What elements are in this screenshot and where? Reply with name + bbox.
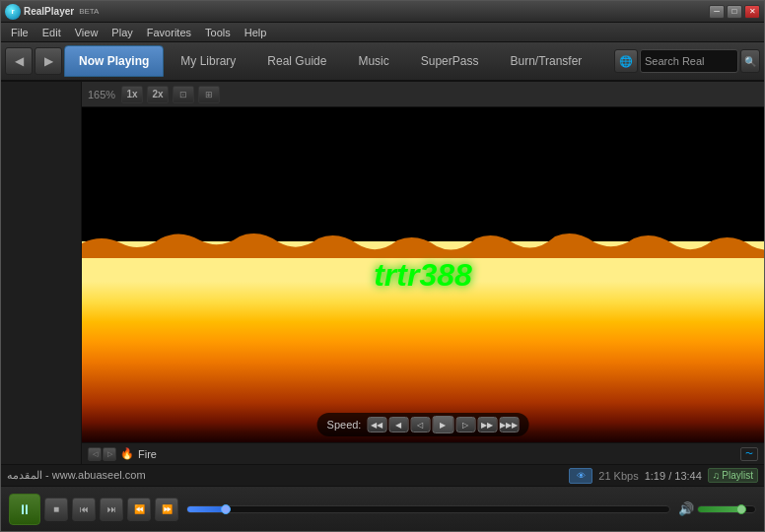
app-logo: r RealPlayer BETA [5, 4, 99, 20]
track-info: المقدمه - www.abuaseel.com [7, 469, 563, 482]
np-arrow-left[interactable]: ◁ [88, 447, 102, 461]
minimize-button[interactable]: ─ [709, 5, 725, 19]
maximize-button[interactable]: □ [727, 5, 742, 19]
total-time: 13:44 [674, 470, 702, 482]
np-arrow-right[interactable]: ▷ [103, 447, 116, 461]
bitrate-display: 21 Kbps [598, 470, 638, 482]
tab-my-library-label: My Library [180, 54, 236, 68]
transport-controls: ⏸ ■ ⏮ ⏭ ⏪ ⏩ 🔊 [1, 486, 764, 531]
beta-label: BETA [79, 7, 99, 16]
tab-music-label: Music [358, 54, 388, 68]
tab-burn-transfer[interactable]: Burn/Transfer [495, 45, 596, 77]
menu-favorites[interactable]: Favorites [141, 25, 197, 40]
volume-area: 🔊 [678, 501, 756, 516]
tabbar: ◀ ▶ Now Playing My Library Real Guide Mu… [1, 42, 764, 82]
window-controls: ─ □ ✕ [709, 5, 760, 19]
speed-play-button[interactable]: ▶ [432, 416, 453, 433]
close-button[interactable]: ✕ [744, 5, 760, 19]
volume-icon[interactable]: 🔊 [678, 501, 694, 516]
app-title: RealPlayer [24, 6, 74, 17]
logo-icon: r [5, 4, 21, 20]
speed-rewind2-button[interactable]: ◀◀ [367, 417, 386, 432]
nav-forward-button[interactable]: ▶ [35, 47, 62, 75]
nav-back-button[interactable]: ◀ [5, 47, 33, 75]
progress-area [186, 505, 670, 513]
search-area: 🌐 🔍 [614, 49, 760, 73]
sidebar [1, 82, 82, 464]
video-display: trtr388 Speed: ◀◀ ◀ ◁ ▶ ▷ ▶▶ ▶▶▶ [82, 107, 764, 442]
volume-handle[interactable] [736, 504, 746, 514]
playlist-button[interactable]: ♫ Playlist [708, 468, 758, 483]
zoom-full-button[interactable]: ⊞ [198, 86, 220, 103]
menu-view[interactable]: View [69, 25, 104, 40]
fire-wave [82, 229, 764, 258]
speed-step-fwd-button[interactable]: ▷ [455, 417, 475, 432]
stop-button[interactable]: ■ [44, 498, 68, 521]
speed-label: Speed: [327, 419, 362, 431]
menu-play[interactable]: Play [105, 25, 138, 40]
rewind-button[interactable]: ⏪ [127, 498, 151, 521]
speed-rewind-button[interactable]: ◀ [388, 417, 408, 432]
zoom-1x-button[interactable]: 1x [121, 86, 143, 103]
eye-icon-button[interactable]: 👁 [569, 468, 592, 484]
zoom-percent-label: 165% [88, 89, 117, 100]
tab-superpass[interactable]: SuperPass [406, 45, 494, 77]
search-input[interactable] [640, 49, 738, 73]
menubar: File Edit View Play Favorites Tools Help [1, 23, 764, 42]
volume-bar[interactable] [697, 505, 756, 513]
menu-file[interactable]: File [5, 25, 35, 40]
video-watermark: trtr388 [374, 257, 472, 294]
nowplaying-bar: ◁ ▷ 🔥 Fire 〜 [82, 442, 764, 464]
menu-edit[interactable]: Edit [36, 25, 67, 40]
volume-fill [698, 506, 741, 512]
speed-step-back-button[interactable]: ◁ [410, 417, 430, 432]
tab-now-playing[interactable]: Now Playing [64, 45, 164, 77]
video-panel: 165% 1x 2x ⊡ ⊞ trtr388 Speed: ◀◀ ◀ ◁ ▶ ▷ [82, 82, 764, 464]
tab-my-library[interactable]: My Library [166, 45, 250, 77]
tab-superpass-label: SuperPass [421, 54, 479, 68]
zoom-2x-button[interactable]: 2x [147, 86, 169, 103]
playlist-icon: ♫ [713, 470, 721, 481]
zoom-bar: 165% 1x 2x ⊡ ⊞ [82, 82, 764, 107]
fastforward-button[interactable]: ⏩ [155, 498, 178, 521]
progress-handle[interactable] [221, 504, 231, 514]
next-button[interactable]: ⏭ [100, 498, 123, 521]
current-time: 1:19 [645, 470, 665, 482]
menu-help[interactable]: Help [239, 25, 273, 40]
speed-ff-button[interactable]: ▶▶ [477, 417, 497, 432]
progress-bar[interactable] [186, 505, 670, 513]
tab-music[interactable]: Music [343, 45, 403, 77]
speed-ff2-button[interactable]: ▶▶▶ [499, 417, 519, 432]
search-icon-button[interactable]: 🌐 [614, 49, 638, 73]
titlebar: r RealPlayer BETA ─ □ ✕ [1, 1, 764, 23]
search-go-button[interactable]: 🔍 [740, 49, 760, 73]
info-bar: المقدمه - www.abuaseel.com 👁 21 Kbps 1:1… [1, 464, 764, 486]
tab-real-guide-label: Real Guide [267, 54, 326, 68]
np-nav: ◁ ▷ [88, 447, 116, 461]
np-wave-icon: 〜 [740, 447, 758, 461]
zoom-fit-button[interactable]: ⊡ [173, 86, 194, 103]
np-fire-icon: 🔥 [120, 447, 134, 461]
prev-button[interactable]: ⏮ [72, 498, 96, 521]
time-display: 1:19 / 13:44 [645, 470, 702, 482]
main-content: 165% 1x 2x ⊡ ⊞ trtr388 Speed: ◀◀ ◀ ◁ ▶ ▷ [1, 82, 764, 464]
np-title: Fire [138, 448, 736, 460]
app-window: r RealPlayer BETA ─ □ ✕ File Edit View P… [0, 0, 765, 532]
speed-controls: Speed: ◀◀ ◀ ◁ ▶ ▷ ▶▶ ▶▶▶ [317, 413, 529, 436]
play-pause-button[interactable]: ⏸ [9, 494, 40, 525]
tab-real-guide[interactable]: Real Guide [252, 45, 341, 77]
playlist-label: Playlist [722, 470, 753, 481]
tab-burn-transfer-label: Burn/Transfer [510, 54, 582, 68]
menu-tools[interactable]: Tools [199, 25, 237, 40]
tab-now-playing-label: Now Playing [79, 54, 149, 68]
